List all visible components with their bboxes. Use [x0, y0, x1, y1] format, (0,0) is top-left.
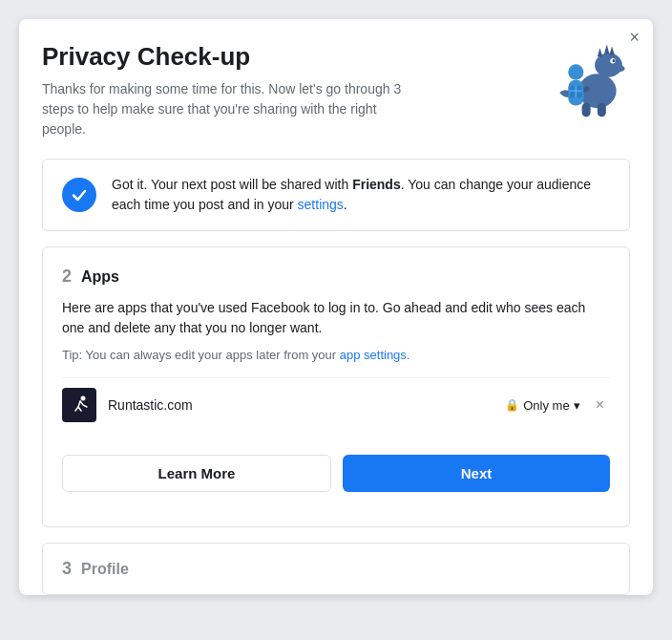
- lock-icon: 🔒: [505, 398, 519, 412]
- close-button[interactable]: ×: [629, 29, 640, 46]
- learn-more-button[interactable]: Learn More: [62, 455, 331, 492]
- dropdown-chevron: ▾: [574, 398, 580, 413]
- runtastic-logo: [66, 392, 93, 418]
- remove-app-button[interactable]: ×: [590, 395, 610, 416]
- step3-collapsed: 3 Profile: [42, 543, 630, 595]
- step2-active: 2 Apps Here are apps that you've used Fa…: [42, 246, 630, 527]
- app-icon-runtastic: [62, 388, 96, 422]
- step2-number: 2: [62, 267, 72, 287]
- svg-rect-8: [582, 103, 591, 117]
- app-name: Runtastic.com: [108, 397, 193, 413]
- app-left: Runtastic.com: [62, 388, 193, 422]
- step2-header: 2 Apps: [62, 267, 610, 287]
- tip-text: Tip: You can always edit your apps later…: [62, 348, 610, 362]
- next-button[interactable]: Next: [343, 455, 610, 492]
- header-text: Privacy Check-up Thanks for making some …: [42, 42, 424, 139]
- svg-point-3: [613, 59, 616, 62]
- step2-title: Apps: [81, 268, 119, 286]
- step3-number: 3: [62, 559, 72, 579]
- header-subtitle: Thanks for making some time for this. No…: [42, 79, 424, 139]
- page-title: Privacy Check-up: [42, 42, 424, 72]
- step2-description: Here are apps that you've used Facebook …: [62, 298, 610, 338]
- step1-friends: Friends: [352, 177, 401, 192]
- tip-after: .: [407, 348, 410, 362]
- button-row: Learn More Next: [62, 439, 610, 507]
- privacy-dropdown[interactable]: 🔒 Only me ▾: [505, 398, 579, 413]
- step3-title: Profile: [81, 561, 129, 578]
- app-right: 🔒 Only me ▾ ×: [505, 395, 610, 416]
- step1-period: .: [344, 197, 347, 212]
- step1-text: Got it. Your next post will be shared wi…: [112, 175, 610, 215]
- checkmark-icon: [70, 185, 89, 204]
- svg-point-1: [595, 53, 622, 77]
- modal-container: × Privacy Check-up Thanks for making som…: [19, 19, 653, 595]
- svg-rect-9: [598, 103, 606, 117]
- check-circle: [62, 178, 96, 212]
- svg-marker-6: [604, 45, 609, 54]
- step1-completed: Got it. Your next post will be shared wi…: [42, 159, 630, 231]
- step1-text-before: Got it. Your next post will be shared wi…: [112, 177, 352, 192]
- tip-before: Tip: You can always edit your apps later…: [62, 348, 340, 362]
- header-section: Privacy Check-up Thanks for making some …: [42, 42, 630, 139]
- dinosaur-illustration: [544, 32, 630, 118]
- svg-point-12: [568, 64, 583, 79]
- svg-marker-7: [609, 46, 614, 54]
- privacy-label: Only me: [523, 398, 569, 413]
- svg-point-17: [81, 396, 86, 401]
- settings-link[interactable]: settings: [298, 197, 344, 212]
- app-settings-link[interactable]: app settings: [340, 348, 407, 362]
- svg-marker-5: [598, 48, 602, 56]
- modal-overlay: × Privacy Check-up Thanks for making som…: [0, 0, 672, 640]
- svg-point-4: [613, 65, 625, 72]
- app-item-runtastic: Runtastic.com 🔒 Only me ▾ ×: [62, 377, 610, 432]
